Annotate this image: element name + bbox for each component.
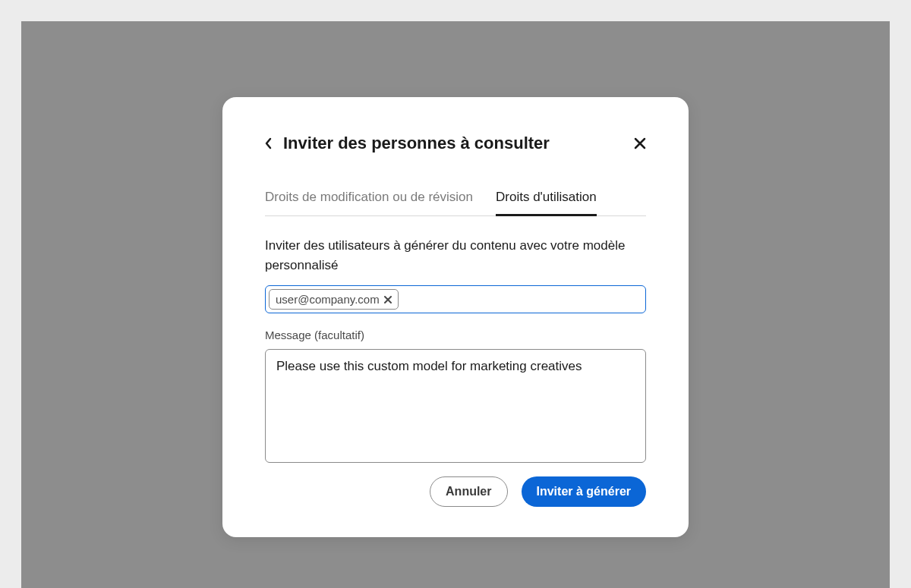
chevron-left-icon bbox=[265, 137, 273, 149]
modal-title: Inviter des personnes à consulter bbox=[283, 134, 623, 153]
modal-backdrop: Inviter des personnes à consulter Droits… bbox=[21, 21, 890, 588]
remove-chip-button[interactable] bbox=[384, 296, 392, 303]
cancel-button[interactable]: Annuler bbox=[430, 476, 507, 507]
message-label: Message (facultatif) bbox=[265, 329, 646, 341]
email-chip-text: user@company.com bbox=[276, 293, 380, 306]
close-icon bbox=[384, 296, 392, 303]
email-input[interactable]: user@company.com bbox=[265, 285, 646, 313]
tab-edit-review-rights[interactable]: Droits de modification ou de révision bbox=[265, 182, 473, 215]
invite-description: Inviter des utilisateurs à générer du co… bbox=[265, 236, 646, 275]
message-textarea[interactable] bbox=[265, 349, 646, 463]
invite-modal: Inviter des personnes à consulter Droits… bbox=[222, 97, 689, 537]
close-button[interactable] bbox=[634, 137, 646, 149]
back-button[interactable] bbox=[265, 137, 273, 149]
tab-usage-rights[interactable]: Droits d'utilisation bbox=[496, 182, 597, 215]
tabs: Droits de modification ou de révision Dr… bbox=[265, 182, 646, 216]
modal-actions: Annuler Inviter à générer bbox=[265, 476, 646, 507]
modal-header: Inviter des personnes à consulter bbox=[265, 134, 646, 153]
invite-button[interactable]: Inviter à générer bbox=[522, 476, 647, 507]
email-chip: user@company.com bbox=[269, 289, 399, 310]
close-icon bbox=[634, 137, 646, 149]
